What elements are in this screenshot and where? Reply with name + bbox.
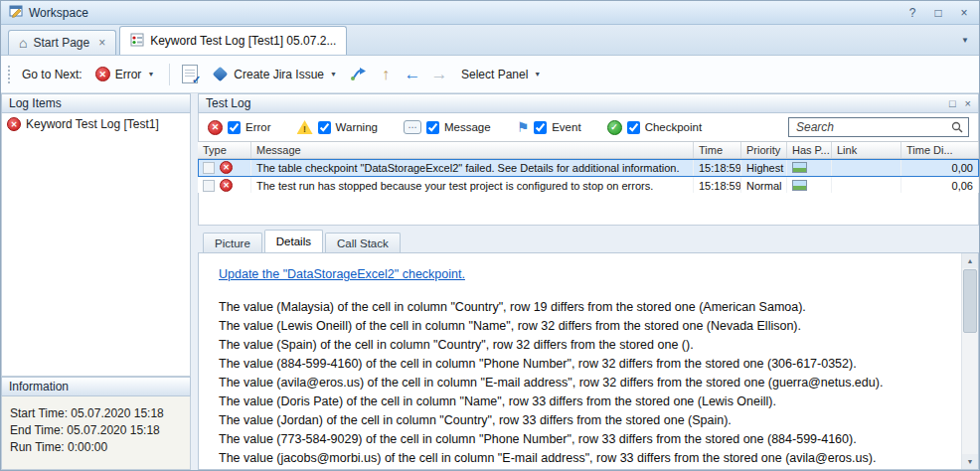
detail-line: The value (avila@eros.us) of the cell in… [219, 374, 938, 392]
column-header-type[interactable]: Type [198, 142, 251, 158]
error-icon: ✕ [220, 179, 233, 192]
close-tab-icon[interactable]: × [98, 36, 105, 50]
row-time-diff: 0,06 [901, 177, 979, 194]
test-log-title: Test Log [206, 96, 250, 110]
row-link [832, 159, 901, 176]
detail-line: The value (Spain) of the cell in column … [219, 336, 938, 355]
maximize-button[interactable]: □ [931, 6, 945, 20]
document-check-icon: ✓ [182, 65, 198, 83]
tab-list-dropdown-icon[interactable]: ▼ [961, 36, 969, 45]
warning-icon: ! [297, 120, 313, 134]
error-icon: ✕ [220, 161, 233, 174]
error-filter-checkbox[interactable] [228, 121, 241, 134]
up-one-level-button[interactable]: ↑ [375, 64, 397, 85]
tab-details-label: Details [276, 236, 311, 247]
left-column: Log Items ✕ Keyword Test Log [Test1] Inf… [1, 93, 191, 470]
forward-button[interactable]: → [428, 64, 450, 85]
row-time: 15:18:59 [694, 177, 741, 194]
detail-line: The value (…) of the cell in column "…" … [219, 468, 938, 470]
goto-next-error-button[interactable]: ✕ Error ▼ [89, 63, 161, 85]
error-filter-label: Error [245, 121, 271, 133]
row-select-box[interactable] [203, 180, 215, 192]
workspace-icon [9, 4, 23, 21]
workspace-window: Workspace ? □ × ⌂ Start Page × Keyword T… [0, 0, 980, 471]
table-row[interactable]: ✕ The table checkpoint "DataStorageExcel… [198, 159, 979, 177]
column-header-priority[interactable]: Priority [741, 142, 787, 158]
details-content: Update the "DataStorageExcel2" checkpoin… [198, 252, 979, 470]
scroll-up-icon[interactable]: ▲ [962, 253, 978, 268]
warning-filter-checkbox[interactable] [318, 121, 331, 134]
checkpoint-filter-label: Checkpoint [645, 121, 703, 133]
log-items-title: Log Items [9, 96, 62, 110]
help-button[interactable]: ? [905, 6, 919, 20]
test-log-panel: Test Log □ × ✕ Error ! Warning ⋯ Message [198, 93, 979, 470]
filter-error: ✕ Error [208, 120, 271, 135]
information-header: Information [1, 377, 191, 396]
tab-keyword-test-log[interactable]: Keyword Test Log [Test1] 05.07.2... [119, 26, 347, 55]
tab-call-stack-label: Call Stack [337, 237, 389, 249]
event-flag-icon: ⚑ [517, 121, 530, 133]
picture-icon [792, 180, 807, 191]
tab-label: Start Page [33, 36, 89, 50]
error-icon: ✕ [208, 120, 223, 135]
filter-warning: ! Warning [297, 120, 378, 134]
chevron-down-icon: ▼ [330, 71, 337, 78]
event-filter-checkbox[interactable] [534, 121, 547, 134]
column-header-has-picture[interactable]: Has P... [787, 142, 832, 158]
column-header-link[interactable]: Link [832, 142, 901, 158]
message-filter-checkbox[interactable] [426, 121, 439, 134]
scroll-down-icon[interactable]: ▼ [962, 454, 978, 469]
detail-line: The value (Jordan) of the cell in column… [219, 411, 938, 430]
filter-message: ⋯ Message [404, 120, 491, 134]
filter-bar: ✕ Error ! Warning ⋯ Message ⚑ Event ✓ [198, 113, 979, 141]
window-controls: ? □ × [905, 6, 971, 20]
tab-picture[interactable]: Picture [203, 233, 262, 252]
detail-tabs: Picture Details Call Stack [198, 230, 979, 252]
detail-line: The value (Malaysia) of the cell in colu… [219, 298, 938, 317]
create-jira-issue-button[interactable]: Create Jira Issue ▼ [206, 64, 343, 85]
toolbar: Go to Next: ✕ Error ▼ ✓ Create Jira Issu… [1, 56, 979, 93]
details-scrollbar[interactable]: ▲ ▼ [961, 253, 978, 469]
test-log-header: Test Log □ × [198, 93, 979, 113]
title-bar: Workspace ? □ × [1, 1, 979, 25]
update-checkpoint-link[interactable]: Update the "DataStorageExcel2" checkpoin… [219, 265, 465, 284]
start-time-text: Start Time: 05.07.2020 15:18 [10, 405, 182, 422]
scrollbar-thumb[interactable] [963, 269, 977, 333]
row-select-box[interactable] [203, 162, 215, 174]
information-panel: Information Start Time: 05.07.2020 15:18… [1, 377, 191, 470]
jump-to-test-button[interactable] [348, 64, 370, 85]
row-time: 15:18:59 [694, 159, 741, 176]
tab-details[interactable]: Details [264, 230, 323, 252]
select-panel-button[interactable]: Select Panel ▼ [455, 64, 547, 85]
row-priority: Normal [741, 177, 787, 194]
chevron-down-icon: ▼ [147, 71, 154, 78]
select-panel-label: Select Panel [461, 68, 528, 81]
detail-line: The value (884-599-4160) of the cell in … [219, 355, 938, 374]
information-content: Start Time: 05.07.2020 15:18 End Time: 0… [1, 396, 191, 470]
column-header-time-diff[interactable]: Time Di... [901, 142, 979, 158]
message-icon: ⋯ [404, 120, 421, 134]
tab-call-stack[interactable]: Call Stack [325, 233, 401, 252]
filter-checkpoint: ✓ Checkpoint [607, 120, 703, 135]
column-header-message[interactable]: Message [251, 142, 694, 158]
tree-item-keyword-test-log[interactable]: ✕ Keyword Test Log [Test1] [7, 117, 185, 131]
error-icon: ✕ [7, 117, 21, 131]
column-header-time[interactable]: Time [694, 142, 741, 158]
document-tabstrip: ⌂ Start Page × Keyword Test Log [Test1] … [1, 25, 979, 56]
close-button[interactable]: × [957, 6, 971, 20]
post-defect-button[interactable]: ✓ [179, 64, 201, 85]
search-icon [951, 121, 963, 133]
checkpoint-filter-checkbox[interactable] [627, 121, 640, 134]
panel-close-icon[interactable]: × [965, 97, 971, 109]
message-filter-label: Message [444, 121, 491, 133]
log-items-header: Log Items [1, 93, 191, 113]
panel-maximize-icon[interactable]: □ [949, 97, 956, 109]
goto-next-error-label: Error [115, 68, 142, 81]
toolbar-grip[interactable] [7, 65, 11, 84]
tree-item-label: Keyword Test Log [Test1] [26, 117, 159, 131]
search-input[interactable] [794, 119, 947, 135]
back-button[interactable]: ← [402, 64, 423, 85]
goto-next-label: Go to Next: [22, 68, 82, 81]
picture-icon [792, 162, 807, 173]
tab-start-page[interactable]: ⌂ Start Page × [8, 30, 116, 55]
